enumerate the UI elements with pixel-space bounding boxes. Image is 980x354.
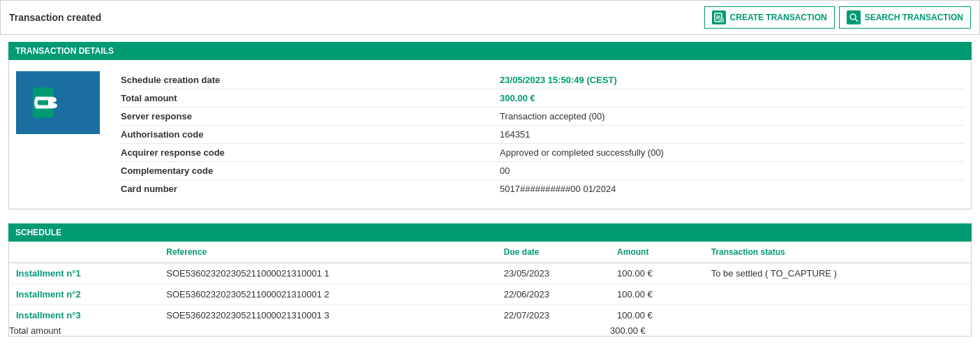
detail-value: Approved or completed successfully (00) — [500, 144, 964, 162]
svg-point-7 — [850, 14, 856, 20]
details-table: Schedule creation date23/05/2023 15:50:4… — [121, 71, 964, 198]
svg-line-8 — [855, 19, 858, 22]
detail-label: Card number — [121, 180, 500, 198]
detail-label: Server response — [121, 108, 500, 126]
detail-row: Server responseTransaction accepted (00) — [121, 108, 964, 126]
detail-value: 300.00 € — [500, 89, 964, 108]
amount-value: 100.00 € — [610, 263, 704, 284]
total-status-empty — [704, 325, 972, 337]
detail-value: Transaction accepted (00) — [500, 108, 964, 126]
search-transaction-label: SEARCH TRANSACTION — [865, 13, 963, 22]
detail-label: Schedule creation date — [121, 71, 500, 89]
reference-value: SOE536023202305211000021310001 1 — [159, 263, 497, 284]
schedule-section: SCHEDULE Reference Due date Amount Trans… — [8, 223, 972, 337]
installment-label: Installment n°1 — [9, 263, 160, 284]
detail-row: Acquirer response codeApproved or comple… — [121, 144, 964, 162]
detail-value: 23/05/2023 15:50:49 (CEST) — [500, 71, 964, 89]
create-transaction-button[interactable]: CREATE TRANSACTION — [704, 6, 835, 29]
transaction-details-body: Schedule creation date23/05/2023 15:50:4… — [8, 60, 972, 209]
detail-row: Authorisation code164351 — [121, 126, 964, 144]
detail-value: 164351 — [500, 126, 964, 144]
schedule-table: Reference Due date Amount Transaction st… — [8, 242, 972, 337]
total-label: Total amount — [9, 325, 160, 337]
header-title: Transaction created — [9, 12, 101, 23]
header: Transaction created CREATE TRANSACTION — [0, 0, 980, 35]
payment-logo — [16, 71, 100, 134]
status-value — [704, 305, 972, 326]
detail-label: Complementary code — [121, 162, 500, 180]
transaction-details-header: TRANSACTION DETAILS — [8, 42, 972, 60]
create-transaction-label: CREATE TRANSACTION — [730, 13, 827, 22]
status-value — [704, 284, 972, 305]
installment-label: Installment n°3 — [9, 305, 160, 326]
installment-label: Installment n°2 — [9, 284, 160, 305]
col-amount: Amount — [610, 242, 704, 263]
amount-value: 100.00 € — [610, 284, 704, 305]
detail-row: Card number5017##########00 01/2024 — [121, 180, 964, 198]
col-due-date: Due date — [497, 242, 610, 263]
schedule-row: Installment n°2SOE5360232023052110000213… — [9, 284, 972, 305]
total-date-empty — [497, 325, 610, 337]
main-content: TRANSACTION DETAILS Schedule creation — [0, 35, 980, 344]
detail-row: Complementary code00 — [121, 162, 964, 180]
search-transaction-button[interactable]: SEARCH TRANSACTION — [839, 6, 971, 29]
detail-row: Schedule creation date23/05/2023 15:50:4… — [121, 71, 964, 89]
svg-rect-12 — [36, 97, 48, 101]
due-date-value: 22/06/2023 — [497, 284, 610, 305]
status-value: To be settled ( TO_CAPTURE ) — [704, 263, 972, 284]
due-date-value: 22/07/2023 — [497, 305, 610, 326]
schedule-table-header-row: Reference Due date Amount Transaction st… — [9, 242, 972, 263]
reference-value: SOE536023202305211000021310001 3 — [159, 305, 497, 326]
schedule-row: Installment n°3SOE5360232023052110000213… — [9, 305, 972, 326]
due-date-value: 23/05/2023 — [497, 263, 610, 284]
total-amount: 300.00 € — [610, 325, 704, 337]
col-status: Transaction status — [704, 242, 972, 263]
detail-value: 00 — [500, 162, 964, 180]
create-transaction-icon — [712, 10, 726, 24]
svg-rect-11 — [37, 88, 50, 118]
detail-label: Total amount — [121, 89, 500, 108]
col-reference: Reference — [159, 242, 497, 263]
search-transaction-icon — [847, 10, 861, 24]
header-buttons: CREATE TRANSACTION SEARCH TRANSACTION — [704, 6, 971, 29]
svg-rect-13 — [36, 105, 48, 109]
reference-value: SOE536023202305211000021310001 2 — [159, 284, 497, 305]
amount-value: 100.00 € — [610, 305, 704, 326]
schedule-row: Installment n°1SOE5360232023052110000213… — [9, 263, 972, 284]
detail-label: Authorisation code — [121, 126, 500, 144]
detail-label: Acquirer response code — [121, 144, 500, 162]
col-installment — [9, 242, 160, 263]
schedule-total-row: Total amount 300.00 € — [9, 325, 972, 337]
detail-row: Total amount300.00 € — [121, 89, 964, 108]
detail-value: 5017##########00 01/2024 — [500, 180, 964, 198]
schedule-header: SCHEDULE — [8, 223, 972, 242]
total-ref-empty — [159, 325, 497, 337]
